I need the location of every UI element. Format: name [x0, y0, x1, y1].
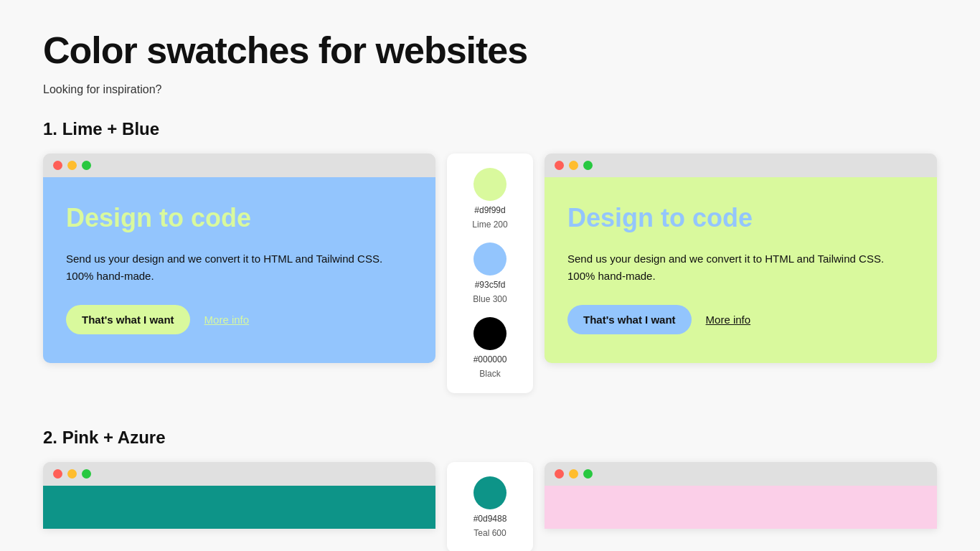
browser-left-2: [43, 462, 435, 529]
cta-button-right-1[interactable]: That's what I want: [567, 305, 692, 334]
dot-red-right-2: [555, 469, 564, 479]
section-title-1: 1. Lime + Blue: [43, 119, 937, 139]
dot-red-left: [53, 161, 62, 170]
swatch-name-teal: Teal 600: [473, 528, 506, 538]
browser-right-2: [545, 462, 937, 529]
swatch-name-black: Black: [479, 369, 500, 379]
swatches-panel-2: #0d9488 Teal 600: [447, 462, 533, 551]
swatch-hex-black: #000000: [473, 354, 507, 364]
cta-button-left-1[interactable]: That's what I want: [66, 305, 190, 334]
swatch-name-blue: Blue 300: [473, 294, 507, 304]
titlebar-right-1: [545, 154, 937, 177]
swatch-hex-lime: #d9f99d: [474, 205, 505, 215]
card-left-2: [43, 486, 435, 529]
card-heading-right-1: Design to code: [567, 203, 914, 233]
swatch-circle-black: [473, 317, 507, 350]
titlebar-right-2: [545, 462, 937, 486]
card-actions-left-1: That's what I want More info: [66, 305, 413, 334]
swatches-panel-1: #d9f99d Lime 200 #93c5fd Blue 300 #00000…: [447, 154, 533, 393]
dot-red-left-2: [53, 469, 62, 479]
card-actions-right-1: That's what I want More info: [567, 305, 914, 334]
dot-green-left: [82, 161, 91, 170]
card-right-2: [545, 486, 937, 529]
swatch-lime: #d9f99d Lime 200: [460, 168, 520, 230]
card-heading-left-1: Design to code: [66, 203, 413, 233]
more-info-link-right-1[interactable]: More info: [706, 314, 751, 326]
swatch-name-lime: Lime 200: [472, 220, 507, 230]
page-subtitle: Looking for inspiration?: [43, 83, 937, 96]
card-body-left-1: Send us your design and we convert it to…: [66, 250, 413, 285]
dot-green-left-2: [82, 469, 91, 479]
card-left-1: Design to code Send us your design and w…: [43, 177, 435, 363]
swatch-hex-blue: #93c5fd: [475, 280, 506, 290]
titlebar-left-1: [43, 154, 435, 177]
color-section-pink-azure: 2. Pink + Azure #0d9488 Teal 600: [43, 428, 937, 551]
titlebar-left-2: [43, 462, 435, 486]
palette-row-1: Design to code Send us your design and w…: [43, 154, 937, 393]
swatch-teal: #0d9488 Teal 600: [460, 476, 520, 538]
browser-left-1: Design to code Send us your design and w…: [43, 154, 435, 363]
card-right-1: Design to code Send us your design and w…: [545, 177, 937, 363]
page-title: Color swatches for websites: [43, 29, 937, 72]
swatch-circle-teal: [473, 476, 507, 509]
color-section-lime-blue: 1. Lime + Blue Design to code Send us yo…: [43, 119, 937, 393]
more-info-link-left-1[interactable]: More info: [204, 314, 250, 326]
swatch-hex-teal: #0d9488: [473, 514, 507, 524]
dot-yellow-left-2: [67, 469, 77, 479]
swatch-blue: #93c5fd Blue 300: [460, 242, 520, 304]
card-body-right-1: Send us your design and we convert it to…: [567, 250, 914, 285]
dot-green-right: [583, 161, 593, 170]
dot-yellow-right: [569, 161, 578, 170]
dot-green-right-2: [583, 469, 593, 479]
section-title-2: 2. Pink + Azure: [43, 428, 937, 448]
swatch-circle-lime: [473, 168, 507, 201]
swatch-black: #000000 Black: [460, 317, 520, 379]
dot-yellow-left: [67, 161, 77, 170]
browser-right-1: Design to code Send us your design and w…: [545, 154, 937, 363]
dot-red-right: [555, 161, 564, 170]
dot-yellow-right-2: [569, 469, 578, 479]
palette-row-2: #0d9488 Teal 600: [43, 462, 937, 551]
swatch-circle-blue: [473, 242, 507, 276]
